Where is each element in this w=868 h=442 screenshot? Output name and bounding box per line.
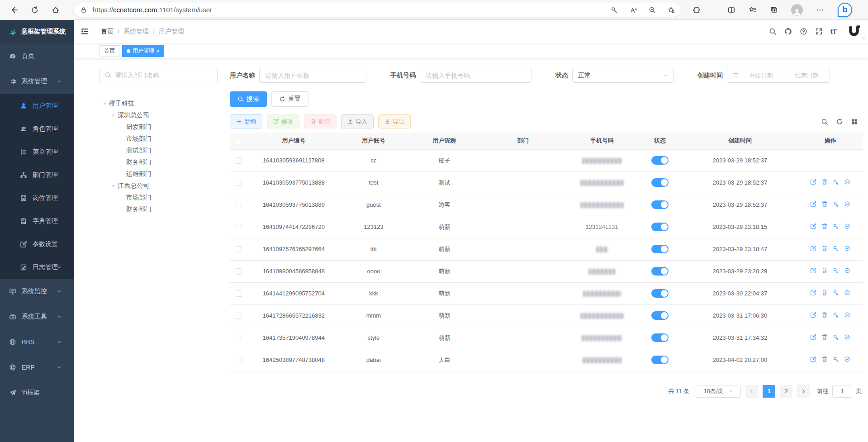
row-checkbox[interactable] bbox=[236, 313, 242, 319]
reset-password-button[interactable] bbox=[833, 334, 839, 340]
sidebar-item-dict-mgmt[interactable]: 字典管理 bbox=[0, 209, 74, 233]
browser-menu-icon[interactable]: ⋯ bbox=[816, 5, 825, 15]
sidebar-item-menu-mgmt[interactable]: 菜单管理 bbox=[0, 140, 74, 163]
caret-down-icon[interactable] bbox=[103, 102, 107, 106]
status-toggle[interactable] bbox=[651, 156, 669, 165]
sidebar-item-param-settings[interactable]: 参数设置 bbox=[0, 233, 74, 256]
status-select[interactable]: 正常 bbox=[572, 68, 674, 83]
tab-用户管理[interactable]: 用户管理× bbox=[122, 45, 164, 57]
status-toggle[interactable] bbox=[651, 267, 669, 276]
browser-back-icon[interactable] bbox=[10, 6, 18, 14]
edit-row-button[interactable] bbox=[810, 312, 816, 318]
delete-row-button[interactable] bbox=[821, 267, 828, 274]
github-icon[interactable] bbox=[784, 28, 792, 35]
tree-node-测试部门[interactable]: 测试部门 bbox=[100, 145, 218, 157]
add-button[interactable]: 新增 bbox=[230, 114, 262, 128]
table-refresh-icon[interactable] bbox=[836, 118, 843, 125]
edit-row-button[interactable] bbox=[810, 201, 816, 207]
assign-role-button[interactable] bbox=[844, 334, 850, 340]
import-button[interactable]: 导入 bbox=[341, 114, 374, 128]
delete-row-button[interactable] bbox=[821, 223, 828, 229]
row-checkbox[interactable] bbox=[236, 268, 242, 275]
reset-password-button[interactable] bbox=[833, 223, 839, 229]
assign-role-button[interactable] bbox=[844, 356, 850, 362]
fullscreen-icon[interactable] bbox=[815, 28, 823, 35]
sidebar-item-system-mgmt[interactable]: 系统管理 bbox=[0, 69, 74, 94]
delete-row-button[interactable] bbox=[821, 179, 828, 185]
row-checkbox[interactable] bbox=[236, 202, 242, 208]
prev-page-button[interactable] bbox=[745, 385, 758, 398]
url-text[interactable]: https://ccnetcore.com:1101/system/user bbox=[93, 6, 611, 14]
phone-input[interactable] bbox=[420, 68, 531, 83]
browser-profile-avatar[interactable] bbox=[791, 4, 803, 16]
status-toggle[interactable] bbox=[651, 311, 669, 320]
row-checkbox[interactable] bbox=[236, 157, 242, 164]
breadcrumb-system[interactable]: 系统管理 bbox=[123, 28, 149, 36]
sidebar-item-role-mgmt[interactable]: 角色管理 bbox=[0, 117, 74, 140]
sidebar-item-yi-framework[interactable]: Yi框架 bbox=[0, 380, 74, 405]
edit-row-button[interactable] bbox=[810, 356, 816, 362]
extensions-icon[interactable] bbox=[693, 6, 701, 14]
row-checkbox[interactable] bbox=[236, 335, 242, 341]
select-all-checkbox[interactable] bbox=[236, 138, 242, 144]
sidebar-item-user-mgmt[interactable]: 用户管理 bbox=[0, 94, 74, 117]
column-settings-icon[interactable] bbox=[851, 118, 858, 125]
delete-row-button[interactable] bbox=[821, 290, 828, 296]
delete-row-button[interactable] bbox=[821, 201, 828, 207]
sidebar-item-system-tools[interactable]: 系统工具 bbox=[0, 304, 74, 329]
status-toggle[interactable] bbox=[651, 223, 669, 231]
collections-icon[interactable] bbox=[770, 6, 778, 14]
page-button-1[interactable]: 1 bbox=[763, 385, 775, 398]
reset-password-button[interactable] bbox=[833, 312, 839, 318]
password-icon[interactable] bbox=[611, 6, 618, 14]
reset-password-button[interactable] bbox=[833, 201, 839, 207]
copilot-icon[interactable]: b bbox=[838, 3, 852, 17]
tab-首页[interactable]: 首页 bbox=[100, 45, 119, 57]
assign-role-button[interactable] bbox=[844, 312, 850, 318]
assign-role-button[interactable] bbox=[844, 245, 850, 252]
edit-row-button[interactable] bbox=[810, 334, 816, 340]
lock-icon[interactable] bbox=[80, 6, 87, 14]
row-checkbox[interactable] bbox=[236, 290, 242, 297]
assign-role-button[interactable] bbox=[844, 290, 850, 296]
reset-password-button[interactable] bbox=[833, 290, 839, 296]
goto-page-input[interactable] bbox=[832, 385, 852, 398]
favorites-icon[interactable] bbox=[749, 6, 757, 14]
read-aloud-icon[interactable] bbox=[630, 6, 637, 14]
username-input[interactable] bbox=[259, 68, 366, 83]
reset-password-button[interactable] bbox=[833, 245, 839, 252]
tree-node-市场部门[interactable]: 市场部门 bbox=[100, 192, 218, 204]
tree-node-运维部门[interactable]: 运维部门 bbox=[100, 168, 218, 180]
delete-row-button[interactable] bbox=[821, 312, 828, 318]
assign-role-button[interactable] bbox=[844, 179, 850, 185]
table-search-icon[interactable] bbox=[821, 118, 828, 125]
help-icon[interactable] bbox=[800, 28, 807, 35]
department-search-input[interactable] bbox=[115, 71, 213, 79]
edit-row-button[interactable] bbox=[810, 290, 816, 296]
status-toggle[interactable] bbox=[651, 245, 669, 253]
reset-button[interactable]: 重置 bbox=[271, 91, 308, 107]
address-bar[interactable]: https://ccnetcore.com:1101/system/user bbox=[73, 3, 682, 17]
sidebar-item-erp[interactable]: ERP bbox=[0, 355, 74, 380]
app-logo[interactable]: 意框架管理系统 bbox=[0, 20, 74, 43]
assign-role-button[interactable] bbox=[844, 267, 850, 274]
sidebar-item-system-monitor[interactable]: 系统监控 bbox=[0, 279, 74, 304]
row-checkbox[interactable] bbox=[236, 246, 242, 252]
page-size-select[interactable]: 10条/页 bbox=[696, 385, 741, 398]
browser-refresh-icon[interactable] bbox=[31, 6, 39, 14]
sidebar-item-log-mgmt[interactable]: 日志管理 bbox=[0, 256, 74, 279]
breadcrumb-home[interactable]: 首页 bbox=[101, 28, 114, 36]
search-button[interactable]: 搜索 bbox=[230, 91, 267, 107]
sidebar-item-dept-mgmt[interactable]: 部门管理 bbox=[0, 163, 74, 186]
add-favorite-icon[interactable] bbox=[668, 6, 675, 14]
close-icon[interactable]: × bbox=[157, 48, 160, 54]
tree-node-研发部门[interactable]: 研发部门 bbox=[100, 121, 218, 133]
assign-role-button[interactable] bbox=[844, 223, 850, 229]
sidebar-item-home[interactable]: 首页 bbox=[0, 43, 74, 69]
status-toggle[interactable] bbox=[651, 289, 669, 298]
assign-role-button[interactable] bbox=[844, 201, 850, 207]
tree-node-财务部门[interactable]: 财务部门 bbox=[100, 157, 218, 168]
header-search-icon[interactable] bbox=[769, 28, 777, 35]
edit-row-button[interactable] bbox=[810, 223, 816, 229]
split-screen-icon[interactable] bbox=[727, 6, 735, 14]
